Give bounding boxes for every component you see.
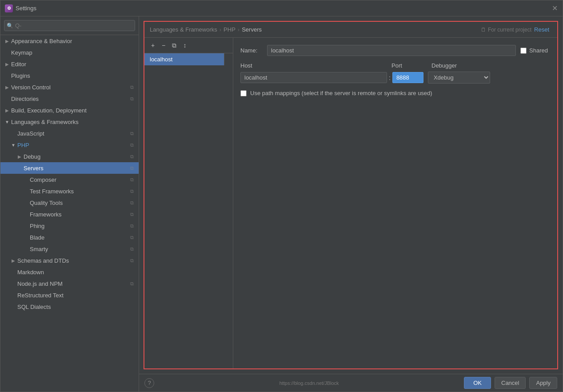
sidebar-item-nodejs[interactable]: Node.js and NPM ⧉ — [0, 278, 139, 289]
expand-arrow-tf — [23, 188, 29, 194]
sidebar-item-editor[interactable]: ▶ Editor — [0, 58, 139, 70]
sidebar-item-php[interactable]: ▼ PHP ⧉ — [0, 139, 139, 151]
copy-icon-qt: ⧉ — [129, 200, 135, 206]
apply-button[interactable]: Apply — [529, 377, 557, 389]
bottom-bar: ? https://blog.csdn.net/JBlock OK Cancel… — [139, 374, 563, 392]
host-port-row: Host Port Debugger : Xdebug Zend De — [240, 62, 550, 84]
reset-button[interactable]: Reset — [531, 25, 552, 34]
panel-toolbar: + − ⧉ ↕ — [144, 38, 233, 53]
copy-icon-blade: ⧉ — [129, 234, 135, 240]
sidebar-item-label: Blade — [30, 234, 127, 241]
help-button[interactable]: ? — [144, 378, 154, 388]
sidebar-item-label: SQL Dialects — [17, 304, 135, 310]
expand-arrow-sql — [10, 304, 16, 310]
debugger-select[interactable]: Xdebug Zend Debugger — [428, 72, 490, 84]
path-mapping-label: Use path mappings (select if the server … — [250, 90, 432, 96]
path-mapping-checkbox[interactable] — [240, 90, 247, 96]
sidebar-item-label: Servers — [24, 165, 127, 172]
expand-arrow-blade — [23, 234, 29, 240]
copy-icon-schemas: ⧉ — [129, 257, 135, 264]
add-server-button[interactable]: + — [148, 40, 158, 50]
panel-header: Languages & Frameworks › PHP › Servers 🗒… — [144, 22, 557, 38]
expand-arrow-plugins — [4, 72, 10, 79]
sidebar-item-blade[interactable]: Blade ⧉ — [0, 232, 139, 243]
sidebar-item-smarty[interactable]: Smarty ⧉ — [0, 243, 139, 255]
expand-arrow-lang: ▼ — [4, 119, 10, 125]
sidebar-item-label: Composer — [30, 176, 127, 183]
expand-arrow-markdown — [10, 269, 16, 275]
expand-arrow-fw — [23, 211, 29, 217]
close-button[interactable]: ✕ — [551, 5, 558, 12]
search-icon: 🔍 — [7, 23, 13, 29]
expand-arrow-vc: ▶ — [4, 84, 10, 90]
breadcrumb-sep-1: › — [220, 26, 221, 33]
sidebar-item-build[interactable]: ▶ Build, Execution, Deployment — [0, 104, 139, 116]
expand-arrow-phing — [23, 223, 29, 229]
sidebar-item-composer[interactable]: Composer ⧉ — [0, 174, 139, 185]
sidebar-item-plugins[interactable]: Plugins — [0, 70, 139, 81]
copy-server-button[interactable]: ⧉ — [169, 40, 179, 50]
copy-icon-debug: ⧉ — [129, 153, 135, 160]
server-item-localhost[interactable]: localhost — [144, 53, 224, 65]
search-box: 🔍 — [0, 16, 139, 35]
sidebar-item-label: JavaScript — [17, 130, 127, 137]
breadcrumb: Languages & Frameworks › PHP › Servers — [150, 26, 472, 33]
sidebar-item-markdown[interactable]: Markdown — [0, 266, 139, 278]
copy-icon-phing: ⧉ — [129, 223, 135, 229]
sidebar-item-version-control[interactable]: ▶ Version Control ⧉ — [0, 81, 139, 93]
sidebar-item-debug[interactable]: ▶ Debug ⧉ — [0, 151, 139, 162]
sidebar-item-label: Keymap — [11, 49, 135, 56]
ok-button[interactable]: OK — [464, 377, 491, 389]
host-port-labels: Host Port Debugger — [240, 62, 457, 69]
sidebar-item-servers[interactable]: Servers ⧉ — [0, 162, 139, 174]
expand-arrow-editor: ▶ — [4, 61, 10, 67]
sidebar-item-languages[interactable]: ▼ Languages & Frameworks — [0, 116, 139, 128]
cancel-button[interactable]: Cancel — [495, 377, 526, 389]
sidebar-item-label: Frameworks — [30, 211, 127, 218]
copy-icon-tf: ⧉ — [129, 188, 135, 194]
tree-area: ▶ Appearance & Behavior Keymap ▶ Editor … — [0, 35, 139, 392]
sidebar-item-restructured[interactable]: ReStructured Text — [0, 289, 139, 301]
expand-arrow-smarty — [23, 246, 29, 252]
expand-arrow-composer — [23, 176, 29, 183]
host-label: Host — [240, 62, 387, 69]
copy-icon-vc: ⧉ — [129, 84, 135, 90]
sidebar-item-sql[interactable]: SQL Dialects — [0, 301, 139, 312]
expand-arrow-nodejs — [10, 280, 16, 287]
sidebar-item-label: Debug — [24, 153, 127, 160]
shared-area: Shared — [520, 47, 548, 54]
host-input[interactable] — [240, 72, 387, 83]
sidebar-item-test-frameworks[interactable]: Test Frameworks ⧉ — [0, 185, 139, 197]
window-title: Settings — [16, 5, 551, 12]
shared-checkbox[interactable] — [520, 48, 527, 54]
breadcrumb-part-1: Languages & Frameworks — [150, 26, 217, 33]
sidebar-item-phing[interactable]: Phing ⧉ — [0, 220, 139, 232]
expand-arrow-qt — [23, 200, 29, 206]
name-input[interactable] — [267, 45, 516, 56]
expand-arrow-keymap — [4, 49, 10, 56]
expand-arrow-build: ▶ — [4, 107, 10, 113]
status-bar: https://blog.csdn.net/JBlock — [280, 380, 339, 386]
sidebar-item-schemas[interactable]: ▶ Schemas and DTDs ⧉ — [0, 255, 139, 266]
remove-server-button[interactable]: − — [159, 40, 168, 50]
sidebar-item-frameworks[interactable]: Frameworks ⧉ — [0, 208, 139, 220]
search-input[interactable] — [4, 20, 135, 31]
expand-arrow-dir — [4, 96, 10, 102]
content-area: 🔍 ▶ Appearance & Behavior Keymap ▶ — [0, 16, 563, 392]
port-label: Port — [391, 62, 427, 69]
sidebar-item-label: Languages & Frameworks — [11, 119, 135, 125]
sidebar-item-appearance[interactable]: ▶ Appearance & Behavior — [0, 35, 139, 47]
move-server-button[interactable]: ↕ — [180, 40, 190, 50]
sidebar-item-javascript[interactable]: JavaScript ⧉ — [0, 128, 139, 139]
app-icon: ⚙ — [5, 4, 13, 12]
servers-list: localhost — [144, 53, 224, 65]
sidebar: 🔍 ▶ Appearance & Behavior Keymap ▶ — [0, 16, 139, 392]
sidebar-item-label: Node.js and NPM — [17, 280, 127, 287]
sidebar-item-keymap[interactable]: Keymap — [0, 47, 139, 58]
sidebar-item-label: Version Control — [11, 84, 127, 91]
sidebar-item-directories[interactable]: Directories ⧉ — [0, 93, 139, 104]
port-input[interactable] — [392, 72, 423, 83]
host-port-inputs: : Xdebug Zend Debugger — [240, 72, 490, 84]
content-panel: Languages & Frameworks › PHP › Servers 🗒… — [144, 21, 558, 369]
sidebar-item-quality-tools[interactable]: Quality Tools ⧉ — [0, 197, 139, 208]
